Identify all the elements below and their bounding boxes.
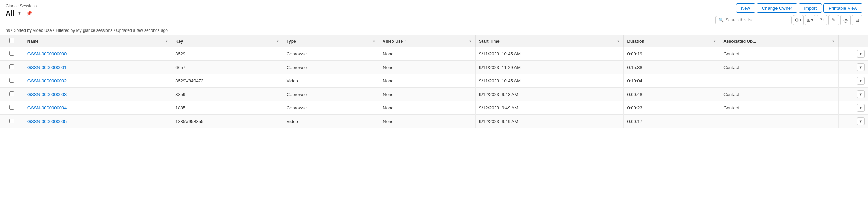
row-checkbox-3[interactable] [9,91,14,96]
col-header-associated[interactable]: Associated Ob... ▼ [720,35,839,47]
row-checkbox-2[interactable] [9,78,14,83]
col-key-chevron: ▼ [276,40,279,43]
row-action-chevron-icon: ▼ [859,65,863,69]
row-action-btn-3[interactable]: ▼ [857,90,865,98]
col-videouse-chevron: ▼ [469,40,472,43]
row-checkbox-cell[interactable] [0,47,24,61]
col-header-type[interactable]: Type ▼ [283,35,379,47]
select-all-checkbox[interactable] [9,38,14,43]
col-header-rowaction [838,35,868,47]
row-action-btn-1[interactable]: ▼ [857,63,865,71]
view-chevron-icon[interactable]: ▼ [17,10,23,16]
row-action-btn-0[interactable]: ▼ [857,50,865,58]
row-action-btn-2[interactable]: ▼ [857,77,865,85]
row-checkbox-cell[interactable] [0,88,24,101]
toolbar-row: 🔍 ⚙ ▼ ⊞ ▼ ↻ ✎ ◔ [715,15,862,25]
col-header-videouse[interactable]: Video Use ↑ ▼ [379,35,476,47]
row-checkbox-0[interactable] [9,51,14,56]
status-bar: ns • Sorted by Video Use • Filtered by M… [0,27,868,35]
table-row: GSSN-0000000004 1885 Cobrowse None 9/12/… [0,101,868,115]
select-all-header[interactable] [0,35,24,47]
pin-icon[interactable]: 📌 [25,9,33,17]
change-owner-button[interactable]: Change Owner [757,3,797,13]
col-key-label: Key [175,39,183,44]
row-action-chevron-icon: ▼ [859,52,863,56]
row-associated-1: Contact [720,61,839,74]
col-header-name[interactable]: Name ▼ [24,35,172,47]
row-action-chevron-icon: ▼ [859,106,863,110]
row-checkbox-5[interactable] [9,119,14,123]
search-box: 🔍 [715,16,792,24]
chart-icon: ◔ [843,17,848,23]
row-action-cell-5[interactable]: ▼ [838,115,868,128]
row-checkbox-cell[interactable] [0,101,24,115]
row-type-1: Cobrowse [283,61,379,74]
col-header-key[interactable]: Key ▼ [172,35,283,47]
col-type-chevron: ▼ [372,40,375,43]
row-name-link-3[interactable]: GSSN-0000000003 [27,92,67,97]
status-text: ns • Sorted by Video Use • Filtered by M… [6,28,168,33]
row-action-cell-0[interactable]: ▼ [838,47,868,61]
top-actions: New Change Owner Import Printable View 🔍… [715,3,862,25]
col-associated-label: Associated Ob... [723,39,756,44]
row-action-cell-2[interactable]: ▼ [838,74,868,88]
row-key-0: 3529 [172,47,283,61]
table-row: GSSN-0000000002 3529V840472 Video None 9… [0,74,868,88]
printable-view-button[interactable]: Printable View [823,3,862,13]
col-associated-chevron: ▼ [832,40,835,43]
row-checkbox-cell[interactable] [0,74,24,88]
row-name-link-5[interactable]: GSSN-0000000005 [27,119,67,124]
row-action-btn-5[interactable]: ▼ [857,117,865,125]
row-checkbox-1[interactable] [9,64,14,69]
col-header-duration[interactable]: Duration ▼ [624,35,720,47]
row-name-link-1[interactable]: GSSN-0000000001 [27,65,67,70]
app-label: Glance Sessions [6,3,37,8]
table-row: GSSN-0000000003 3859 Cobrowse None 9/12/… [0,88,868,101]
row-checkbox-cell[interactable] [0,115,24,128]
row-action-chevron-icon: ▼ [859,119,863,123]
row-checkbox-cell[interactable] [0,61,24,74]
title-section: Glance Sessions All ▼ 📌 [6,3,37,17]
col-header-starttime[interactable]: Start Time ▼ [476,35,624,47]
row-action-chevron-icon: ▼ [859,79,863,83]
search-input[interactable] [726,18,789,23]
row-key-5: 1885V958855 [172,115,283,128]
view-label: All [6,9,15,17]
row-videouse-2: None [379,74,476,88]
filter-button[interactable]: ⊟ [852,15,862,25]
columns-button[interactable]: ⊞ ▼ [805,15,815,25]
row-action-cell-1[interactable]: ▼ [838,61,868,74]
row-videouse-3: None [379,88,476,101]
row-duration-4: 0:00:23 [624,101,720,115]
row-name-link-4[interactable]: GSSN-0000000004 [27,105,67,111]
gear-button[interactable]: ⚙ ▼ [793,15,804,25]
row-name-link-0[interactable]: GSSN-0000000000 [27,51,67,56]
row-checkbox-4[interactable] [9,105,14,110]
edit-icon: ✎ [832,17,836,23]
row-key-3: 3859 [172,88,283,101]
row-type-3: Cobrowse [283,88,379,101]
table-row: GSSN-0000000001 6657 Cobrowse None 9/11/… [0,61,868,74]
chart-button[interactable]: ◔ [840,15,851,25]
row-name-1: GSSN-0000000001 [24,61,172,74]
row-duration-5: 0:00:17 [624,115,720,128]
row-action-btn-4[interactable]: ▼ [857,104,865,112]
import-button[interactable]: Import [799,3,822,13]
row-type-2: Video [283,74,379,88]
row-associated-3: Contact [720,88,839,101]
row-associated-5 [720,115,839,128]
row-name-3: GSSN-0000000003 [24,88,172,101]
refresh-button[interactable]: ↻ [817,15,827,25]
new-button[interactable]: New [736,3,755,13]
row-name-2: GSSN-0000000002 [24,74,172,88]
gear-chevron-icon: ▼ [799,18,802,22]
col-starttime-label: Start Time [479,39,499,44]
edit-button[interactable]: ✎ [828,15,839,25]
row-action-chevron-icon: ▼ [859,92,863,96]
col-duration-label: Duration [627,39,644,44]
row-name-0: GSSN-0000000000 [24,47,172,61]
row-action-cell-4[interactable]: ▼ [838,101,868,115]
row-action-cell-3[interactable]: ▼ [838,88,868,101]
main-table: Name ▼ Key ▼ Type ▼ [0,35,868,128]
row-name-link-2[interactable]: GSSN-0000000002 [27,78,67,84]
